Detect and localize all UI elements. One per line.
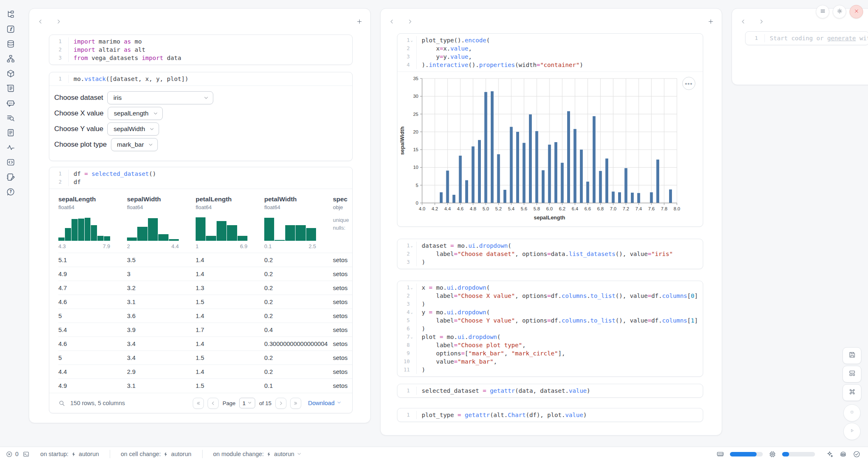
code-line[interactable]: 1df = selected_dataset() xyxy=(49,170,352,178)
document-icon[interactable] xyxy=(6,128,16,138)
bar[interactable] xyxy=(472,146,475,203)
code-line[interactable]: 4⌄y = mo.ui.dropdown( xyxy=(397,308,703,316)
first-page-button[interactable] xyxy=(193,398,204,409)
layout-button[interactable] xyxy=(843,366,861,383)
shortcuts-button[interactable] xyxy=(843,384,861,401)
table-row[interactable]: 4.93.11.50.1setos xyxy=(58,378,352,392)
add-cell-button[interactable] xyxy=(356,18,363,25)
bar[interactable] xyxy=(510,127,513,203)
cell-chart[interactable]: 1⌄plot_type().encode(2 x=x.value,3 y=y.v… xyxy=(397,33,703,227)
bar[interactable] xyxy=(586,182,589,203)
dependency-graph-icon[interactable] xyxy=(6,54,16,64)
bar[interactable] xyxy=(637,193,640,203)
column-header[interactable]: sepalLengthfloat644.37.9 xyxy=(58,196,127,253)
save-button[interactable] xyxy=(843,347,861,364)
bar[interactable] xyxy=(497,154,500,203)
bar[interactable] xyxy=(669,189,672,203)
errors-indicator[interactable]: 0 xyxy=(6,451,18,458)
bar[interactable] xyxy=(574,129,577,203)
table-row[interactable]: 4.63.41.40.30000000000000004setos xyxy=(58,337,352,350)
bar[interactable] xyxy=(605,159,608,203)
code-snippet-icon[interactable] xyxy=(6,157,16,167)
cell-vstack[interactable]: 1mo.vstack([dataset, x, y, plot]) Choose… xyxy=(49,72,353,161)
cell-imports[interactable]: 1import marimo as mo2import altair as al… xyxy=(49,35,353,65)
connection-status-icon[interactable] xyxy=(853,450,861,458)
column-next-button[interactable] xyxy=(757,18,765,25)
bar[interactable] xyxy=(491,91,494,203)
chart-menu-button[interactable]: ••• xyxy=(682,77,695,90)
logs-icon[interactable] xyxy=(6,113,16,123)
bar[interactable] xyxy=(580,150,583,203)
menu-button[interactable] xyxy=(816,5,829,18)
add-cell-button[interactable] xyxy=(707,18,714,25)
choose-x-value-select[interactable]: sepalLength xyxy=(108,107,162,120)
on-cell-change-setting[interactable]: on cell change: autorun xyxy=(114,451,198,457)
column-prev-button[interactable] xyxy=(388,18,395,25)
choose-plot-type-select[interactable]: mark_bar xyxy=(111,138,158,151)
column-header[interactable]: sepalWidthfloat6424.4 xyxy=(127,196,196,253)
code-line[interactable]: 3) xyxy=(397,258,703,266)
code-line[interactable]: 7⌄plot = mo.ui.dropdown( xyxy=(397,333,703,341)
search-icon[interactable] xyxy=(58,400,65,407)
cell-selected-dataset[interactable]: 1selected_dataset = getattr(data, datase… xyxy=(397,384,703,398)
bar[interactable] xyxy=(536,131,538,203)
file-tree-icon[interactable] xyxy=(6,9,16,19)
choose-dataset-select[interactable]: iris xyxy=(107,91,213,104)
close-button[interactable] xyxy=(850,5,863,18)
column-header[interactable]: petalLengthfloat6416.9 xyxy=(196,196,264,253)
bar[interactable] xyxy=(593,116,596,203)
code-line[interactable]: 2import altair as alt xyxy=(49,46,352,54)
choose-y-value-select[interactable]: sepalWidth xyxy=(107,122,159,136)
code-line[interactable]: 2 label="Choose X value", options=df.col… xyxy=(397,292,703,300)
bar[interactable] xyxy=(554,142,557,203)
page-select[interactable]: 1 xyxy=(239,398,256,408)
bar[interactable] xyxy=(478,140,481,203)
bar[interactable] xyxy=(599,171,602,203)
table-row[interactable]: 5.43.91.70.4setos xyxy=(58,323,352,337)
chatbot-icon[interactable] xyxy=(6,98,16,108)
bar[interactable] xyxy=(656,159,659,203)
package-icon[interactable] xyxy=(6,69,16,78)
next-page-button[interactable] xyxy=(275,398,286,409)
code-line[interactable]: 6) xyxy=(397,325,703,333)
bar[interactable] xyxy=(542,170,545,203)
code-line[interactable]: 3from vega_datasets import data xyxy=(49,54,352,62)
code-line[interactable]: 1selected_dataset = getattr(data, datase… xyxy=(397,387,703,395)
activity-icon[interactable] xyxy=(6,143,16,152)
code-line[interactable]: 1⌄x = mo.ui.dropdown( xyxy=(397,284,703,292)
table-row[interactable]: 4.42.91.40.2setos xyxy=(58,364,352,378)
column-prev-button[interactable] xyxy=(37,18,44,25)
table-row[interactable]: 4.931.40.2setos xyxy=(58,267,352,281)
column-next-button[interactable] xyxy=(406,18,413,25)
bar[interactable] xyxy=(561,163,564,203)
on-startup-setting[interactable]: on startup: autorun xyxy=(34,451,106,457)
function-icon[interactable]: f xyxy=(6,24,16,34)
code-line[interactable]: 1⌄dataset = mo.ui.dropdown( xyxy=(397,242,703,250)
code-line[interactable]: 1⌄plot_type().encode( xyxy=(397,36,703,44)
code-line[interactable]: 2 x=x.value, xyxy=(397,44,703,53)
help-icon[interactable]: ? xyxy=(6,187,16,197)
table-row[interactable]: 53.61.40.2setos xyxy=(58,309,352,323)
code-line[interactable]: 4).interactive().properties(width="conta… xyxy=(397,61,703,69)
cell-empty[interactable]: 1Start coding or generate with xyxy=(745,31,868,45)
last-page-button[interactable] xyxy=(290,398,301,409)
table-row[interactable]: 4.73.21.30.2setos xyxy=(58,281,352,295)
code-line[interactable]: 1plot_type = getattr(alt.Chart(df), plot… xyxy=(397,411,703,419)
bar[interactable] xyxy=(516,132,519,203)
column-header[interactable]: specobjeuniquenulls: xyxy=(333,196,352,253)
code-line[interactable]: 1Start coding or generate with xyxy=(746,34,868,42)
bar-chart[interactable]: 4.04.24.44.64.85.05.25.45.65.86.06.26.46… xyxy=(397,74,703,225)
terminal-button[interactable] xyxy=(23,451,30,458)
settings-button[interactable] xyxy=(833,5,846,18)
code-line[interactable]: 1mo.vstack([dataset, x, y, plot]) xyxy=(49,75,352,83)
bar[interactable] xyxy=(612,191,615,203)
script-icon[interactable] xyxy=(6,83,16,93)
column-next-button[interactable] xyxy=(55,18,62,25)
column-header[interactable]: petalWidthfloat640.12.5 xyxy=(264,196,333,253)
bar[interactable] xyxy=(625,168,628,203)
bar[interactable] xyxy=(650,192,653,203)
scratchpad-icon[interactable] xyxy=(6,172,16,182)
bar[interactable] xyxy=(503,190,506,203)
code-line[interactable]: 3) xyxy=(397,300,703,308)
bar[interactable] xyxy=(548,145,551,203)
